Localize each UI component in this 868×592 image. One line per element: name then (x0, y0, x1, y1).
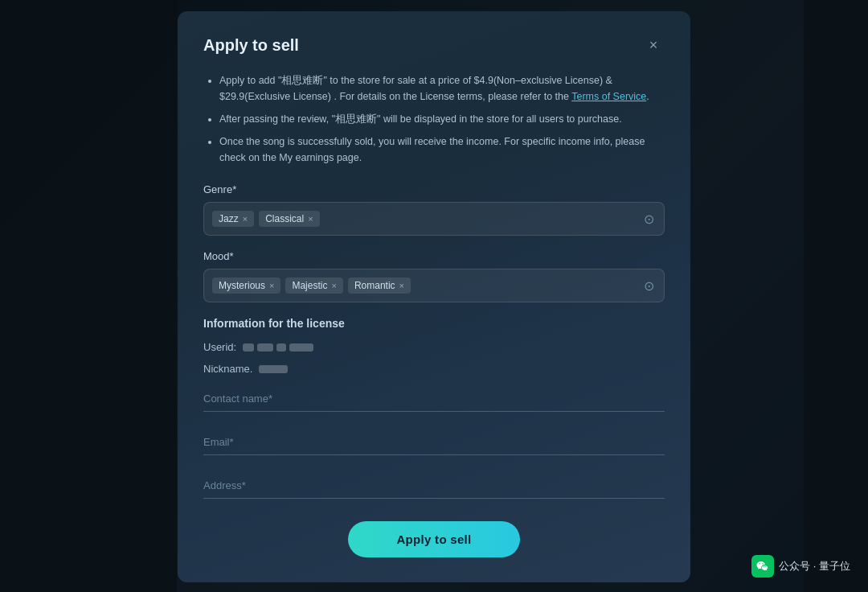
info-item-1: Apply to add "相思难断" to the store for sal… (219, 72, 665, 105)
mood-input[interactable]: Mysterious × Majestic × Romantic × ⊙ (203, 269, 665, 302)
apply-to-sell-modal: Apply to sell × Apply to add "相思难断" to t… (178, 11, 690, 582)
mood-tag-majestic-label: Majestic (292, 280, 327, 291)
email-field (203, 428, 665, 458)
apply-to-sell-button[interactable]: Apply to sell (348, 521, 519, 557)
mood-dropdown-icon[interactable]: ⊙ (644, 278, 654, 294)
mood-tag-mysterious-label: Mysterious (219, 280, 265, 291)
close-button[interactable]: × (642, 34, 665, 56)
contact-name-input[interactable] (203, 384, 665, 412)
nickname-label: Nickname. (203, 363, 252, 375)
mood-tag-mysterious: Mysterious × (212, 278, 280, 294)
license-section-heading: Information for the license (203, 317, 665, 330)
wechat-icon (751, 555, 774, 578)
watermark: 公众号 · 量子位 (751, 555, 850, 578)
modal-header: Apply to sell × (203, 34, 665, 56)
modal-title: Apply to sell (203, 36, 299, 55)
genre-label: Genre* (203, 183, 665, 195)
mood-label: Mood* (203, 250, 665, 262)
genre-tag-jazz: Jazz × (212, 211, 254, 227)
info-text-1a: Apply to add "相思难断" to the store for sal… (219, 75, 612, 102)
address-input[interactable] (203, 471, 665, 499)
mood-tag-romantic-label: Romantic (354, 280, 395, 291)
mood-tag-mysterious-remove[interactable]: × (269, 282, 274, 290)
userid-label: Userid: (203, 341, 236, 353)
userid-value (243, 343, 313, 352)
mood-section: Mood* Mysterious × Majestic × Romantic ×… (203, 250, 665, 302)
info-item-2: After passing the review, "相思难断" will be… (219, 111, 665, 127)
userid-block-4 (289, 343, 313, 352)
genre-tag-jazz-remove[interactable]: × (243, 215, 248, 224)
watermark-text: 公众号 · 量子位 (779, 559, 850, 574)
genre-tag-jazz-label: Jazz (219, 213, 239, 224)
mood-tag-romantic-remove[interactable]: × (399, 282, 404, 290)
mood-tag-majestic: Majestic × (285, 278, 342, 294)
address-field (203, 471, 665, 502)
userid-block-2 (257, 343, 273, 352)
nickname-row: Nickname. (203, 363, 665, 375)
info-text-1b: . (646, 91, 649, 102)
contact-name-field (203, 384, 665, 415)
userid-block-3 (276, 343, 286, 352)
genre-section: Genre* Jazz × Classical × ⊙ (203, 183, 665, 236)
info-item-3: Once the song is successfully sold, you … (219, 134, 665, 166)
mood-tag-majestic-remove[interactable]: × (331, 282, 336, 290)
genre-dropdown-icon[interactable]: ⊙ (644, 212, 654, 227)
genre-input[interactable]: Jazz × Classical × ⊙ (203, 202, 665, 236)
userid-block-1 (243, 343, 254, 352)
genre-tag-classical: Classical × (259, 211, 319, 227)
nickname-value (259, 365, 288, 373)
modal-backdrop: Apply to sell × Apply to add "相思难断" to t… (0, 0, 868, 592)
tos-link[interactable]: Terms of Service (571, 91, 646, 102)
info-section: Apply to add "相思难断" to the store for sal… (203, 72, 665, 166)
email-input[interactable] (203, 428, 665, 455)
mood-tag-romantic: Romantic × (348, 278, 411, 294)
genre-tag-classical-remove[interactable]: × (308, 215, 313, 224)
genre-tag-classical-label: Classical (265, 213, 304, 224)
userid-row: Userid: (203, 341, 665, 353)
